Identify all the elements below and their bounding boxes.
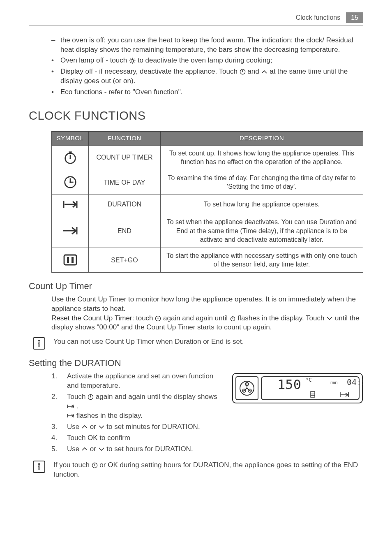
table-row: SET+GO To start the appliance with neces…	[52, 248, 363, 272]
func-name: SET+GO	[89, 248, 161, 272]
setting-duration-heading: Setting the DURATION	[29, 357, 363, 369]
svg-rect-27	[67, 257, 69, 263]
display-off-label: Display off	[60, 67, 93, 75]
lamp-icon	[129, 58, 136, 64]
duration-icon	[52, 195, 89, 214]
end-icon	[52, 214, 89, 248]
svg-point-31	[158, 318, 159, 319]
func-desc: To set count up. It shows how long the a…	[161, 145, 363, 170]
set-go-icon	[52, 248, 89, 272]
intro-block: – the oven is off: you can use the heat …	[51, 36, 363, 97]
oven-lamp-label: Oven lamp off	[60, 56, 104, 64]
display-min-label: min	[330, 380, 338, 385]
func-desc: To set how long the appliance operates.	[161, 195, 363, 214]
count-up-timer-icon	[230, 315, 236, 322]
residual-heat-item: – the oven is off: you can use the heat …	[51, 36, 363, 55]
oven-display-illustration: 150 °C min 04:56	[232, 372, 363, 405]
eco-label: Eco functions	[60, 88, 102, 96]
svg-point-38	[90, 397, 91, 398]
th-description: DESCRIPTION	[161, 132, 363, 145]
svg-rect-28	[71, 257, 74, 263]
duration-icon	[67, 404, 74, 409]
svg-line-7	[134, 59, 134, 60]
chevron-down-icon	[98, 447, 105, 451]
info-text: If you touch or OK during setting hours …	[53, 461, 363, 480]
clock-table-wrap: SYMBOL FUNCTION DESCRIPTION COUNT UP TIM…	[51, 131, 363, 273]
chevron-up-icon	[261, 70, 267, 74]
func-desc: To examine the time of day. For changing…	[161, 170, 363, 195]
time-of-day-icon	[52, 170, 89, 195]
info-note-countup: i You can not use Count Up Timer when Du…	[29, 337, 363, 350]
func-name: DURATION	[89, 195, 161, 214]
chevron-up-icon	[81, 425, 88, 429]
step-2: 2. Touch again and again until the displ…	[51, 392, 224, 421]
count-up-p1: Use the Count Up Timer to monitor how lo…	[51, 295, 363, 314]
info-text: You can not use Count Up Timer when Dura…	[53, 337, 363, 347]
func-name: TIME OF DAY	[89, 170, 161, 195]
table-row: COUNT UP TIMER To set count up. It shows…	[52, 145, 363, 170]
step-1: 1.Activate the appliance and set an oven…	[51, 372, 224, 391]
step-3: 3. Use or to set minutes for DURATION.	[51, 422, 224, 432]
ok-label: OK	[88, 434, 98, 442]
info-icon: i	[33, 337, 45, 350]
svg-point-61	[94, 465, 95, 466]
ok-label: OK	[108, 461, 118, 469]
table-row: DURATION To set how long the appliance o…	[52, 195, 363, 214]
chevron-up-icon	[81, 447, 88, 451]
chevron-down-icon	[98, 425, 105, 429]
count-up-p2: Reset the Count Up Timer: touch again an…	[51, 314, 363, 333]
svg-text:°C: °C	[306, 377, 311, 383]
count-up-timer-heading: Count Up Timer	[29, 280, 363, 292]
step-5: 5. Use or to set hours for DURATION.	[51, 445, 224, 454]
svg-line-6	[134, 62, 134, 63]
eco-functions-bullet: • Eco functions - refer to "Oven functio…	[51, 88, 363, 97]
svg-point-0	[131, 60, 134, 62]
clock-functions-table: SYMBOL FUNCTION DESCRIPTION COUNT UP TIM…	[51, 131, 363, 273]
clock-functions-heading: CLOCK FUNCTIONS	[29, 108, 363, 124]
th-function: FUNCTION	[89, 132, 161, 145]
table-row: TIME OF DAY To examine the time of day. …	[52, 170, 363, 195]
duration-steps: 1.Activate the appliance and set an oven…	[51, 372, 224, 454]
svg-line-8	[130, 62, 131, 63]
clock-icon	[240, 69, 246, 75]
clock-icon	[92, 462, 98, 468]
chevron-down-icon	[326, 316, 333, 320]
func-desc: To set when the appliance deactivates. Y…	[161, 214, 363, 248]
count-up-timer-icon	[52, 145, 89, 170]
func-name: END	[89, 214, 161, 248]
table-row: END To set when the appliance deactivate…	[52, 214, 363, 248]
svg-line-5	[130, 59, 131, 60]
clock-icon	[88, 394, 94, 400]
page-number: 15	[346, 12, 363, 23]
residual-text: the oven is off: you can use the heat to…	[60, 36, 363, 55]
display-time: 04:56	[347, 377, 363, 387]
svg-rect-53	[311, 392, 315, 397]
display-main-temp: 150	[277, 377, 301, 392]
duration-steps-wrap: 1.Activate the appliance and set an oven…	[29, 372, 363, 456]
svg-rect-26	[64, 255, 76, 265]
svg-point-11	[242, 72, 243, 72]
duration-icon	[67, 413, 74, 418]
info-note-duration: i If you touch or OK during setting hour…	[29, 461, 363, 480]
step-4: 4. Touch OK to confirm	[51, 433, 224, 443]
count-up-body: Use the Count Up Timer to monitor how lo…	[51, 295, 363, 333]
svg-point-16	[69, 158, 71, 159]
display-off-bullet: • Display off - if necessary, deactivate…	[51, 67, 363, 86]
info-icon: i	[33, 461, 45, 473]
clock-icon	[155, 315, 161, 322]
oven-lamp-off-bullet: • Oven lamp off - touch to deactivate th…	[51, 56, 363, 65]
func-name: COUNT UP TIMER	[89, 145, 161, 170]
func-desc: To start the appliance with necessary se…	[161, 248, 363, 272]
th-symbol: SYMBOL	[52, 132, 89, 145]
svg-point-20	[69, 181, 71, 183]
page-header: Clock functions 15	[29, 12, 363, 26]
header-title: Clock functions	[296, 13, 341, 22]
